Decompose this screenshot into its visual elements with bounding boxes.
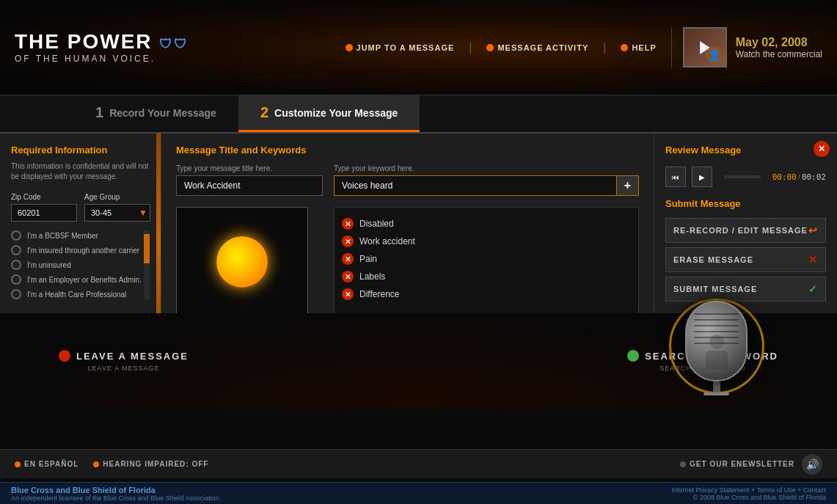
radio-employer[interactable]: I'm an Employer or Benefits Admin. (11, 274, 150, 285)
footer-link-espanol[interactable]: EN ESPAÑOL (15, 460, 78, 468)
footer-link-espanol-label: EN ESPAÑOL (24, 460, 78, 468)
inputs-row: Type your message title here. Type your … (176, 164, 639, 196)
radio-uninsured[interactable]: I'm uninsured (11, 260, 150, 270)
blue-bar-subtitle: An independent licensee of the Blue Cros… (11, 494, 219, 502)
nav-jump-label: JUMP TO A MESSAGE (357, 43, 455, 52)
radio-label-other: I'm insured through another carrier (27, 246, 139, 255)
nav-activity[interactable]: MESSAGE ACTIVITY (486, 43, 588, 52)
mic-silhouette (706, 335, 728, 369)
nav-jump[interactable]: JUMP TO A MESSAGE (346, 43, 455, 52)
keyword-remove-pain[interactable]: ✕ (342, 253, 354, 265)
sound-icon[interactable]: 🔊 (802, 454, 822, 475)
close-button[interactable]: ✕ (814, 141, 830, 157)
form-row: Zip Code Age Group 30-45 ▼ (11, 193, 150, 222)
blue-bar-brand-title: Blue Cross and Blue Shield of Florida (11, 486, 219, 494)
footer: EN ESPAÑOL HEARING IMPAIRED: OFF GET OUR… (0, 449, 837, 478)
player-play-button[interactable]: ▶ (692, 167, 712, 187)
footer-dot-enewsletter (680, 461, 686, 467)
footer-right: GET OUR ENEWSLETTER 🔊 (680, 454, 822, 475)
keyword-input[interactable] (334, 175, 616, 196)
footer-enewsletter-link[interactable]: GET OUR ENEWSLETTER (680, 460, 794, 468)
radio-other-carrier[interactable]: I'm insured through another carrier (11, 245, 150, 255)
radio-circle-bcbsf (11, 230, 21, 241)
message-title-keywords-heading: Message Title and Keywords (176, 145, 639, 156)
commercial-area[interactable]: 👤 May 02, 2008 Watch the commercial (671, 27, 822, 67)
keyword-remove-disabled[interactable]: ✕ (342, 218, 354, 230)
commercial-date: May 02, 2008 (736, 36, 822, 49)
erase-label: ERASE MESSAGE (673, 255, 753, 264)
blue-info-bar: Blue Cross and Blue Shield of Florida An… (0, 482, 837, 504)
keyword-remove-difference[interactable]: ✕ (342, 288, 354, 300)
radio-circle-employer (11, 274, 21, 285)
microphone-graphic (665, 295, 768, 398)
keyword-remove-work-accident[interactable]: ✕ (342, 235, 354, 247)
leave-message-action[interactable]: LEAVE A MESSAGE LEAVE A MESSAGE (59, 350, 189, 372)
time-separator: / (798, 172, 800, 181)
review-message-title: Review Message (665, 145, 826, 156)
nav-sep-2: | (603, 41, 606, 54)
leave-message-label: LEAVE A MESSAGE (76, 351, 189, 362)
age-field-group: Age Group 30-45 ▼ (84, 193, 150, 222)
re-record-icon: ↩ (808, 224, 818, 236)
age-label: Age Group (84, 193, 150, 201)
commercial-text: Watch the commercial (736, 49, 822, 59)
keyword-item-labels: ✕ Labels (342, 268, 631, 285)
tabs-bar: 1 Record Your Message 2 Customize Your M… (0, 95, 837, 134)
player-rewind-button[interactable]: ⏮ (665, 167, 686, 187)
radio-healthcare[interactable]: I'm a Health Care Professional (11, 289, 150, 299)
keyword-add-button[interactable]: + (616, 175, 639, 196)
footer-dot-hearing (93, 461, 99, 467)
nav-help[interactable]: HELP (621, 43, 656, 52)
keyword-text-labels: Labels (359, 271, 385, 282)
commercial-thumbnail[interactable]: 👤 (683, 27, 727, 67)
age-select[interactable]: 30-45 (84, 204, 150, 222)
nav-area: JUMP TO A MESSAGE | MESSAGE ACTIVITY | H… (346, 27, 822, 67)
keyword-text-work-accident: Work accident (359, 236, 415, 246)
footer-link-hearing-label: HEARING IMPAIRED: OFF (103, 460, 208, 468)
submit-icon: ✓ (808, 283, 818, 295)
keyword-text-disabled: Disabled (359, 219, 394, 229)
scroll-indicator (144, 230, 150, 299)
nav-help-label: HELP (632, 43, 656, 52)
radio-circle-healthcare (11, 289, 21, 299)
tab-record-label: Record Your Message (109, 107, 216, 119)
keyword-placeholder-label: Type your keyword here. (334, 164, 639, 172)
keywords-list: ✕ Disabled ✕ Work accident ✕ Pain ✕ Labe… (334, 207, 639, 321)
keyword-input-wrapper: + (334, 175, 639, 196)
radio-group: I'm a BCBSF Member I'm insured through a… (11, 230, 150, 299)
radio-bcbsf[interactable]: I'm a BCBSF Member (11, 230, 150, 241)
leave-message-sub: LEAVE A MESSAGE (88, 365, 160, 372)
zip-input[interactable] (11, 204, 77, 222)
radio-label-uninsured: I'm uninsured (27, 261, 71, 269)
tab-record[interactable]: 1 Record Your Message (73, 95, 238, 132)
logo-text: THE POWER 🛡🛡 (15, 31, 189, 54)
nav-sep-1: | (469, 41, 472, 54)
leave-message-main: LEAVE A MESSAGE (59, 350, 189, 362)
radio-circle-uninsured (11, 260, 21, 270)
leave-dot-icon (59, 350, 70, 362)
color-preview-box (176, 207, 308, 317)
radio-label-employer: I'm an Employer or Benefits Admin. (27, 276, 142, 284)
mic-stand (703, 392, 729, 395)
re-record-button[interactable]: RE-RECORD / EDIT MESSAGE ↩ (665, 218, 826, 243)
tab-customize[interactable]: 2 Customize Your Message (238, 95, 420, 132)
keyword-text-pain: Pain (359, 254, 377, 264)
required-info-desc: This information is confidential and wil… (11, 161, 150, 182)
blue-bar-right: Internet Privacy Statement + Terms of Us… (672, 486, 826, 501)
radio-circle-other (11, 245, 21, 255)
erase-message-button[interactable]: ERASE MESSAGE ✕ (665, 247, 826, 272)
age-select-wrapper: 30-45 ▼ (84, 204, 150, 222)
time-current: 00:00 (772, 172, 797, 182)
message-title-input[interactable] (176, 175, 323, 196)
search-dot-icon (627, 350, 639, 362)
zip-label: Zip Code (11, 193, 77, 201)
logo-area: THE POWER 🛡🛡 OF THE HUMAN VOICE. (15, 31, 189, 64)
footer-enewsletter-label: GET OUR ENEWSLETTER (690, 460, 794, 468)
keyword-item-difference: ✕ Difference (342, 285, 631, 303)
keyword-item-pain: ✕ Pain (342, 250, 631, 268)
footer-link-hearing[interactable]: HEARING IMPAIRED: OFF (93, 460, 208, 468)
keyword-item-disabled: ✕ Disabled (342, 215, 631, 233)
player-area: ⏮ ▶ 00:00 / 00:02 (665, 167, 826, 187)
keyword-remove-labels[interactable]: ✕ (342, 271, 354, 282)
tab-customize-label: Customize Your Message (274, 107, 398, 119)
